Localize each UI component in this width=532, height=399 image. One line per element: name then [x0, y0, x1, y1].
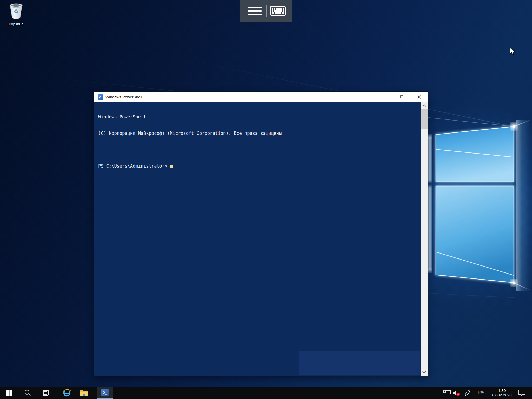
minimize-button[interactable]: [376, 92, 393, 102]
clock-date: 07.02.2020: [492, 393, 511, 397]
clock-time: 1:39: [498, 388, 506, 393]
windows-start-icon: [6, 390, 12, 396]
close-button[interactable]: [410, 92, 428, 102]
language-indicator[interactable]: РУС: [475, 387, 489, 399]
search-icon: [24, 389, 31, 396]
network-icon: [443, 389, 451, 396]
scrollbar-up-button[interactable]: [421, 102, 428, 109]
internet-explorer-button[interactable]: [59, 387, 75, 399]
vm-console-toolbar: [240, 0, 292, 22]
action-center-button[interactable]: [516, 387, 528, 399]
console-text-cursor: [170, 165, 173, 168]
minimize-icon: [383, 95, 386, 98]
taskbar: РУС 1:39 07.02.2020: [0, 387, 532, 399]
scrollbar-down-button[interactable]: [421, 369, 428, 376]
close-icon: [417, 95, 421, 99]
light-beam-right-edge: [516, 120, 532, 291]
virtual-keyboard-button[interactable]: [267, 0, 289, 22]
language-label: РУС: [478, 390, 487, 395]
powershell-taskbar-button[interactable]: [97, 387, 113, 399]
maximize-button[interactable]: [393, 92, 410, 102]
console-scrollbar[interactable]: [421, 102, 428, 376]
window-title: Windows PowerShell: [105, 95, 142, 99]
hamburger-menu-icon: [248, 7, 262, 15]
start-button[interactable]: [2, 387, 17, 399]
keyboard-icon: [270, 6, 286, 16]
action-center-icon: [518, 390, 526, 396]
powershell-icon: [101, 389, 109, 396]
window-titlebar[interactable]: Windows PowerShell: [94, 92, 428, 102]
console-line: (C) Корпорация Майкрософт (Microsoft Cor…: [98, 131, 421, 136]
console-area[interactable]: Windows PowerShell (C) Корпорация Майкро…: [95, 102, 428, 376]
pen-icon: [463, 389, 471, 396]
chevron-up-icon: [422, 104, 426, 107]
file-explorer-button[interactable]: [76, 387, 92, 399]
windows-ink-tray-icon[interactable]: [462, 387, 472, 399]
internet-explorer-icon: [62, 388, 71, 397]
search-button[interactable]: [20, 387, 35, 399]
recycle-bin-desktop-icon[interactable]: ♻ Корзина: [2, 2, 30, 26]
maximize-icon: [400, 95, 403, 98]
console-prompt: PS C:\Users\Administrator>: [98, 163, 167, 169]
file-explorer-icon: [80, 389, 88, 396]
console-prompt-line: PS C:\Users\Administrator>: [98, 163, 421, 169]
scrollbar-thumb[interactable]: [421, 109, 428, 129]
clock[interactable]: 1:39 07.02.2020: [489, 387, 514, 399]
volume-muted-tray-icon[interactable]: [451, 387, 462, 399]
console-line: Windows PowerShell: [98, 114, 421, 120]
volume-muted-icon: [453, 389, 460, 396]
svg-text:♻: ♻: [14, 8, 19, 15]
task-view-button[interactable]: [38, 387, 54, 399]
window-controls: [376, 92, 428, 102]
console-line: [98, 147, 421, 152]
recycle-bin-label: Корзина: [2, 22, 30, 26]
hamburger-menu-button[interactable]: [243, 0, 266, 22]
console-output[interactable]: Windows PowerShell (C) Корпорация Майкро…: [95, 102, 421, 376]
task-view-icon: [42, 389, 50, 397]
chevron-down-icon: [422, 371, 426, 374]
powershell-window: Windows PowerShell Windows PowerShell (C…: [94, 91, 428, 376]
powershell-window-icon: [98, 94, 103, 100]
recycle-bin-icon: ♻: [8, 2, 24, 20]
windows-logo-wallpaper: [423, 112, 532, 294]
